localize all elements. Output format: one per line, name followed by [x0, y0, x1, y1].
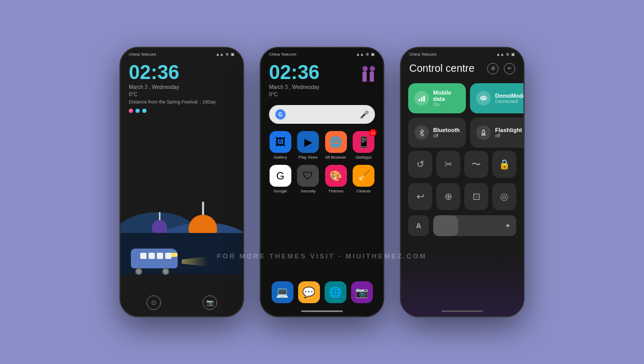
- dock-chrome[interactable]: 🌐: [325, 281, 346, 303]
- bus-window-2: [149, 253, 155, 259]
- phone1-dots: [129, 109, 216, 113]
- phone1-flashlight-icon[interactable]: ⊙: [146, 295, 161, 310]
- svg-rect-4: [482, 129, 485, 131]
- phone1-camera-icon[interactable]: 📷: [203, 295, 217, 310]
- brightness-icon: ✦: [505, 222, 511, 230]
- toggle-scissors[interactable]: ✂: [436, 151, 460, 178]
- phone2-carrier: China Telecom: [269, 52, 297, 57]
- bus-headlight: [171, 253, 178, 257]
- p2-signal-icon: ▲▲: [356, 52, 364, 57]
- mobile-data-chevron: ›: [461, 96, 462, 101]
- toggle-airplane[interactable]: 〜: [464, 151, 488, 178]
- themes-label: Themes: [328, 189, 343, 193]
- control-header-icons: ⚙ ✏: [487, 63, 515, 74]
- bluetooth-sub: off: [433, 133, 460, 138]
- tree-purple: [152, 212, 167, 236]
- phone1-carrier: China Telecom: [129, 52, 156, 57]
- app-getapps[interactable]: 📱 21 GetApps: [353, 131, 375, 160]
- earbud-right-stem: [370, 71, 374, 82]
- bluetooth-label: Bluetooth: [433, 127, 460, 133]
- dot-teal: [142, 109, 146, 113]
- getapps-icon: 📱 21: [353, 131, 374, 153]
- phone3-home-indicator: [441, 310, 483, 312]
- phone-3-controlcenter: China Telecom ▲▲ ⊕ ▣ Control centre ⚙ ✏: [400, 47, 525, 317]
- earbud-right: [370, 66, 375, 82]
- google-g-icon: G: [275, 109, 286, 120]
- toggle-lock[interactable]: 🔒: [492, 151, 516, 178]
- phone3-status-icons: ▲▲ ⊕ ▣: [496, 52, 515, 57]
- background: FOR MORE THEMES VISIT - MIUITHEMEZ.COM C…: [0, 0, 644, 364]
- security-label: Security: [301, 189, 316, 193]
- dock-files[interactable]: 💻: [272, 281, 293, 303]
- earbud-right-dot: [370, 66, 375, 71]
- phone3-status-bar: China Telecom ▲▲ ⊕ ▣: [401, 48, 524, 59]
- demo-mode-sub: Connected: [495, 99, 524, 104]
- cleaner-icon: 🧹: [353, 165, 374, 187]
- phone1-clock-section: 02:36 March 3 , Wednesday 0°C Distance f…: [129, 62, 216, 113]
- toggle-demo-mode[interactable]: DemoMode Connected ›: [470, 83, 524, 113]
- toggle-bluetooth[interactable]: Bluetooth off ›: [408, 118, 466, 148]
- app-cleaner[interactable]: 🧹 Cleaner: [353, 165, 375, 193]
- bus-window-4: [165, 253, 171, 259]
- app-grid: 🖼 Gallery ▶ Play Store 🌐 Mi Browser: [269, 131, 375, 193]
- control-center-title: Control centre: [409, 62, 475, 74]
- phone-2-homescreen: China Telecom ▲▲ ⊕ ▣ 02:36 March 3 , Wed…: [260, 47, 384, 317]
- toggle-back[interactable]: ↩: [408, 183, 432, 210]
- playstore-icon: ▶: [297, 131, 319, 153]
- edit-icon[interactable]: ✏: [504, 63, 515, 74]
- earbud-left: [363, 66, 368, 82]
- toggle-rotate[interactable]: ↺: [408, 151, 432, 178]
- mobile-data-label: Mobile data: [433, 89, 460, 102]
- app-themes[interactable]: 🎨 Themes: [325, 165, 347, 193]
- p3-signal-icon: ▲▲: [496, 52, 504, 57]
- dock-camera[interactable]: 📷: [351, 281, 373, 303]
- demo-mode-icon: [476, 91, 491, 106]
- wifi-icon: ⊕: [225, 52, 229, 57]
- toggle-add[interactable]: ⊕: [436, 183, 460, 210]
- brightness-slider[interactable]: ✦: [433, 215, 516, 236]
- demo-mode-label: DemoMode: [495, 93, 524, 99]
- mobile-data-text: Mobile data On: [433, 89, 460, 107]
- phone-1-lockscreen: China Telecom ▲▲ ⊕ ▣ 02:36 March 3 , Wed…: [119, 47, 244, 317]
- bus-wheel-right: [162, 268, 169, 275]
- toggle-mobile-data[interactable]: Mobile data On ›: [408, 83, 466, 113]
- app-gallery[interactable]: 🖼 Gallery: [269, 131, 292, 160]
- flashlight-icon: [476, 125, 491, 140]
- demo-mode-text: DemoMode Connected: [495, 93, 524, 104]
- brightness-row: A ✦: [408, 215, 516, 236]
- svg-point-3: [482, 97, 485, 99]
- search-bar[interactable]: G 🎤: [269, 105, 375, 124]
- toggle-expand[interactable]: ⊡: [464, 183, 488, 210]
- dock-messages[interactable]: 💬: [298, 281, 320, 303]
- toggle-flashlight[interactable]: Flashlight off: [470, 118, 524, 148]
- phone2-clock-section: 02:36 March 3 , Wednesday 0°C: [269, 62, 319, 97]
- text-size-button[interactable]: A: [408, 215, 429, 236]
- app-playstore[interactable]: ▶ Play Store: [297, 131, 320, 160]
- tree-purple-trunk: [159, 212, 160, 220]
- toggle-circle[interactable]: ◎: [492, 183, 516, 210]
- browser-icon: 🌐: [325, 131, 347, 153]
- phone1-status-bar: China Telecom ▲▲ ⊕ ▣: [120, 48, 243, 59]
- small-toggles-row2: ↩ ⊕ ⊡ ◎: [408, 183, 516, 210]
- phone2-date: March 3 , Wednesday: [269, 84, 319, 90]
- app-browser[interactable]: 🌐 Mi Browser: [325, 131, 347, 160]
- signal-icon: ▲▲: [216, 52, 224, 57]
- phone2-earbuds: [363, 66, 375, 82]
- phone1-status-icons: ▲▲ ⊕ ▣: [216, 52, 235, 57]
- dot-blue: [136, 109, 140, 113]
- svg-rect-2: [423, 96, 425, 101]
- dot-pink: [129, 109, 133, 113]
- small-toggles-row1: ↺ ✂ 〜 🔒: [408, 151, 516, 178]
- flashlight-sub: off: [495, 133, 522, 138]
- app-google[interactable]: G Google: [269, 165, 292, 193]
- mobile-data-icon: [414, 91, 429, 106]
- earbud-left-stem: [363, 71, 367, 82]
- text-size-label: A: [416, 222, 421, 230]
- settings-icon[interactable]: ⚙: [487, 63, 499, 74]
- bus: [126, 249, 183, 272]
- search-mic-icon: 🎤: [360, 110, 369, 119]
- svg-rect-1: [421, 97, 423, 101]
- tree-orange-trunk: [202, 202, 204, 215]
- google-icon: G: [270, 165, 291, 187]
- app-security[interactable]: 🛡 Security: [297, 165, 320, 193]
